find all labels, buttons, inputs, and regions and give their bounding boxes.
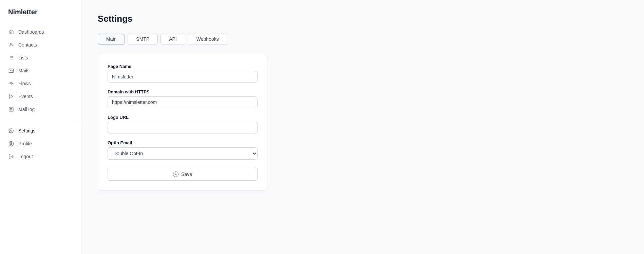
logout-icon — [8, 153, 14, 160]
page-name-group: Page Name — [108, 64, 258, 83]
save-button[interactable]: + Save — [108, 168, 258, 181]
svg-point-15 — [11, 142, 12, 144]
domain-input[interactable] — [108, 96, 258, 108]
save-label: Save — [181, 171, 192, 177]
sidebar-item-dashboards[interactable]: Dashboards — [0, 25, 81, 38]
maillog-icon — [8, 106, 14, 112]
sidebar-item-settings[interactable]: Settings — [0, 124, 81, 137]
sidebar-item-events[interactable]: Events — [0, 90, 81, 103]
sidebar-label-mails: Mails — [18, 68, 30, 73]
page-name-label: Page Name — [108, 64, 258, 69]
settings-tabs: Main SMTP API Webhooks — [98, 34, 628, 44]
sidebar-item-mails[interactable]: Mails — [0, 64, 81, 77]
domain-label: Domain with HTTPS — [108, 89, 258, 94]
svg-point-0 — [10, 43, 12, 45]
domain-group: Domain with HTTPS — [108, 89, 258, 108]
mail-icon — [8, 68, 14, 74]
logo-url-group: Logo URL — [108, 115, 258, 133]
sidebar-item-maillog[interactable]: Mail log — [0, 103, 81, 116]
settings-card: Page Name Domain with HTTPS Logo URL Opt… — [98, 54, 267, 190]
sidebar-label-maillog: Mail log — [18, 107, 35, 112]
main-content: Settings Main SMTP API Webhooks Page Nam… — [81, 0, 644, 254]
sidebar-item-contacts[interactable]: Contacts — [0, 38, 81, 51]
sidebar-label-flows: Flows — [18, 81, 31, 86]
logo-url-input[interactable] — [108, 122, 258, 133]
optin-email-label: Optin Email — [108, 140, 258, 145]
flows-icon — [8, 80, 14, 87]
sidebar-label-logout: Logout — [18, 154, 33, 159]
sidebar-label-settings: Settings — [18, 128, 36, 133]
sidebar-label-contacts: Contacts — [18, 42, 37, 48]
sidebar-item-flows[interactable]: Flows — [0, 77, 81, 90]
person-icon — [8, 42, 14, 48]
sidebar-item-logout[interactable]: Logout — [0, 150, 81, 163]
home-icon — [8, 29, 14, 35]
sidebar-label-events: Events — [18, 94, 33, 99]
tab-main[interactable]: Main — [98, 34, 125, 44]
app-logo: Nimletter — [0, 8, 81, 25]
events-icon — [8, 93, 14, 99]
nav-divider — [0, 120, 81, 120]
sidebar-item-lists[interactable]: Lists — [0, 51, 81, 64]
sidebar-label-lists: Lists — [18, 55, 28, 60]
page-name-input[interactable] — [108, 71, 258, 83]
tab-webhooks[interactable]: Webhooks — [188, 34, 227, 44]
sidebar-label-dashboards: Dashboards — [18, 29, 44, 35]
tab-smtp[interactable]: SMTP — [128, 34, 158, 44]
settings-icon — [8, 128, 14, 134]
svg-marker-8 — [10, 94, 13, 98]
sidebar-label-profile: Profile — [18, 141, 32, 146]
sidebar-item-profile[interactable]: Profile — [0, 137, 81, 150]
sidebar: Nimletter Dashboards Contacts — [0, 0, 81, 254]
svg-rect-7 — [9, 69, 13, 73]
sidebar-nav: Dashboards Contacts — [0, 25, 81, 246]
page-title: Settings — [98, 14, 628, 24]
logo-url-label: Logo URL — [108, 115, 258, 120]
svg-point-13 — [11, 130, 12, 131]
tab-api[interactable]: API — [160, 34, 185, 44]
optin-email-select[interactable]: Double Opt-In Single Opt-In — [108, 147, 258, 160]
list-icon — [8, 55, 14, 61]
optin-email-group: Optin Email Double Opt-In Single Opt-In — [108, 140, 258, 160]
profile-icon — [8, 141, 14, 147]
save-icon: + — [173, 171, 178, 177]
